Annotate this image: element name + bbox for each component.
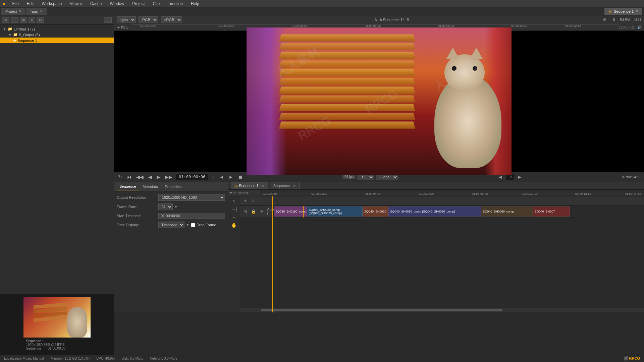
tree-label-output: 5_Output (6)	[19, 33, 40, 37]
seq-type: Sequence	[26, 347, 41, 350]
play-reverse-btn[interactable]: ◀	[147, 174, 153, 180]
timeline-section: ◎ Sequence 1 ✕ Sequence ✕ ⇄ 01:00:00:06	[228, 182, 644, 312]
menu-bar: ● File Edit Workspace Viewer Cache Windo…	[0, 0, 644, 7]
tl-tab-sequence[interactable]: Sequence ✕	[270, 182, 300, 189]
frame-num: 1	[126, 25, 128, 29]
drop-frame-label: Drop Frame	[197, 223, 216, 227]
main-layout: ⇅ ☰ ⊞ ≡ ⊟ ⋮ ▼ 📁 Untitled 1 (7) ▼ 📁 5_Out…	[0, 15, 644, 355]
drop-frame-checkbox[interactable]	[191, 223, 195, 227]
tab-sequence1-close[interactable]: ✕	[636, 9, 638, 13]
tl-zoom-fit[interactable]: ⤢	[250, 198, 256, 204]
tab-project[interactable]: Project ✕	[1, 8, 26, 15]
skip-start-btn[interactable]: ⏮	[125, 174, 133, 180]
tl-zoom-in[interactable]: +	[243, 198, 248, 204]
gamma-select[interactable]: RGB	[139, 16, 158, 23]
add-frame-btn[interactable]: +	[210, 174, 216, 180]
tl-select-tool[interactable]: ↖	[231, 198, 237, 204]
details-view-btn[interactable]: ≡	[29, 17, 35, 23]
tab-bar: Project ✕ Tags ✕ ◎ Sequence 1 ✕	[0, 7, 644, 15]
timeline-scrollbar[interactable]	[240, 308, 644, 312]
track-lock-btn[interactable]: 🔒	[250, 208, 257, 215]
clip-2[interactable]: SQ040_SH0030_	[363, 206, 388, 217]
start-timecode-input[interactable]	[158, 213, 225, 219]
play-btn[interactable]: ▶	[155, 174, 162, 180]
sequence-settings: Sequence Metadata Properties Output Reso…	[114, 182, 228, 312]
clip-1[interactable]: SQ040_SH0020_comp (SQ040_SH0020_comp)	[307, 206, 363, 217]
scrollbar-thumb[interactable]	[261, 309, 502, 311]
sort-btn[interactable]: ⇅	[2, 17, 9, 23]
tab-tags[interactable]: Tags ✕	[26, 8, 47, 15]
menu-window[interactable]: Window	[108, 1, 125, 7]
menu-file[interactable]: File	[11, 1, 20, 7]
menu-help[interactable]: Help	[190, 1, 201, 7]
frame-rate-label: Frame Rate:	[117, 205, 157, 209]
next-marker-btn[interactable]: ►	[516, 174, 524, 180]
tl-tab1-close[interactable]: ✕	[262, 184, 265, 188]
track-eye-btn[interactable]: 👁	[259, 208, 265, 215]
menu-workspace[interactable]: Workspace	[41, 1, 63, 7]
frame-rate-select[interactable]: 24	[158, 203, 173, 210]
start-timecode-label: Start Timecode:	[117, 214, 157, 218]
seq-tab-sequence[interactable]: Sequence	[117, 183, 139, 190]
mark-out-btn[interactable]: ►	[227, 174, 235, 180]
tree-item-sequence1[interactable]: ◈ Sequence 1	[0, 38, 114, 43]
sequence-name-display: A Sequence 1*	[380, 18, 404, 22]
timeline-controls-row: + ⤢ -	[240, 196, 644, 206]
tree-expand-icon-output: ▼	[8, 33, 12, 37]
clip-3[interactable]: SQ040_SH0050_comp (SQ040_SH0050_comp)	[388, 206, 481, 217]
menu-edit[interactable]: Edit	[25, 1, 35, 7]
options-btn[interactable]: ⋮	[104, 17, 112, 23]
tl-hand-tool[interactable]: ✋	[230, 222, 238, 229]
clip-5[interactable]: SQ040_SH007	[533, 206, 570, 217]
menu-clip[interactable]: Clip	[152, 1, 161, 7]
tl-razor-tool[interactable]: →|	[230, 206, 238, 213]
clip-3-label: SQ040_SH0050_comp (SQ040_SH0050_comp)	[390, 210, 455, 213]
clip-0[interactable]: SQ030_SH0190_comp	[274, 206, 307, 217]
menu-viewer[interactable]: Viewer	[68, 1, 83, 7]
clip-4[interactable]: SQ040_SH0060_comp	[481, 206, 533, 217]
viewer-settings-btn[interactable]: ⚙	[601, 17, 608, 23]
tree-expand-icon: ▼	[3, 27, 6, 31]
menu-cache[interactable]: Cache	[89, 1, 103, 7]
mark-in-btn[interactable]: ◄	[218, 174, 225, 180]
columns-view-btn[interactable]: ⊟	[37, 17, 44, 23]
viewer-canvas: 人人素材 RRCG 人人素材 RRCG	[114, 31, 644, 172]
seq-tab-properties[interactable]: Properties	[162, 183, 184, 190]
seq-frames: 359f	[44, 343, 50, 347]
next-frame-btn[interactable]: ▶▶	[164, 174, 174, 180]
icon-view-btn[interactable]: ⊞	[20, 17, 27, 23]
output-resolution-select[interactable]: 644x362 HD_1080	[158, 194, 225, 201]
cpu-status: CPU: 40.6%	[96, 357, 115, 360]
tl-zoom-out[interactable]: -	[258, 198, 262, 204]
tl-tab-sequence1[interactable]: ◎ Sequence 1 ✕	[231, 182, 268, 189]
time-display-select[interactable]: Timecode	[158, 222, 184, 228]
menu-project[interactable]: Project	[131, 1, 146, 7]
track-mute-btn[interactable]: M	[242, 208, 248, 215]
left-panel: ⇅ ☰ ⊞ ≡ ⊟ ⋮ ▼ 📁 Untitled 1 (7) ▼ 📁 5_Out…	[0, 15, 114, 355]
viewer-pause-btn[interactable]: ⏸	[610, 17, 617, 23]
preview-thumbnail[interactable]	[23, 297, 91, 338]
tl-trim-tool[interactable]: ↔	[230, 214, 238, 221]
viewer-controls-top: rgba RGB sRGB A A Sequence 1* B ⚙ ⏸ 54.5…	[114, 15, 644, 24]
menu-timeline[interactable]: Timeline	[166, 1, 184, 7]
list-view-btn[interactable]: ☰	[11, 17, 18, 23]
stop-btn[interactable]: ⏹	[236, 174, 244, 180]
tl-tab2-close[interactable]: ✕	[293, 184, 296, 188]
seq-res: 644x362	[26, 343, 43, 347]
tab-project-close[interactable]: ✕	[19, 9, 21, 13]
tab-tags-close[interactable]: ✕	[40, 9, 43, 13]
prev-frame-btn[interactable]: ◀◀	[135, 174, 145, 180]
tree-item-output[interactable]: ▼ 📁 5_Output (6)	[0, 32, 114, 38]
color-space-select[interactable]: rgba	[117, 16, 136, 23]
audio-icon: 🔊	[637, 25, 641, 29]
seq-tab-metadata[interactable]: Metadata	[140, 183, 161, 190]
right-section: rgba RGB sRGB A A Sequence 1* B ⚙ ⏸ 54.5…	[114, 15, 644, 355]
tl-timecode-label: 01:00:00:06	[233, 191, 250, 195]
seq-name-label: Sequence 1	[26, 339, 44, 343]
loop-btn[interactable]: ↻	[117, 174, 123, 180]
color-profile-select[interactable]: sRGB	[161, 16, 182, 23]
tree-item-untitled[interactable]: ▼ 📁 Untitled 1 (7)	[0, 26, 114, 32]
timecode-right: 1411	[633, 18, 641, 22]
tree-label-untitled: Untitled 1 (7)	[14, 27, 35, 31]
tab-sequence1[interactable]: ◎ Sequence 1 ✕	[604, 8, 643, 15]
